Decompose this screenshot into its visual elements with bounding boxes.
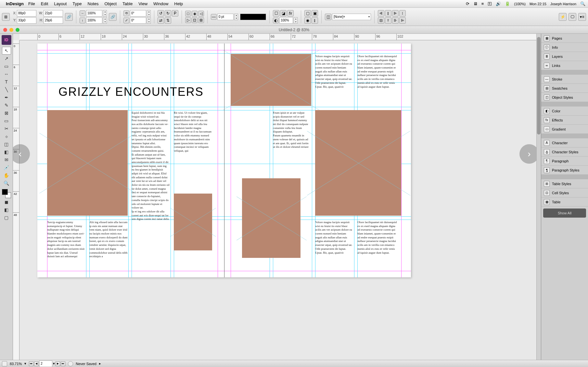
fit-frame-icon[interactable]: ⊞ bbox=[198, 17, 204, 23]
wrap-jump-icon[interactable]: ⫿ bbox=[312, 17, 318, 24]
stroke-stepper[interactable]: ▴▾ bbox=[234, 14, 238, 20]
align-right-icon[interactable]: ⫸ bbox=[392, 10, 399, 17]
user-name[interactable]: Joseph Harrison bbox=[550, 2, 576, 6]
text-frame[interactable]: Olore faciliquamet nit duissequisl ex ex… bbox=[357, 55, 398, 107]
select-next-icon[interactable]: ▷ bbox=[185, 17, 191, 23]
flip-v-icon[interactable]: ⇅ bbox=[165, 17, 171, 24]
menu-table[interactable]: Table bbox=[122, 1, 133, 6]
eyedropper-tool[interactable]: 💉 bbox=[2, 164, 11, 171]
headline-text[interactable]: GRIZZLY ENCOUNTERS bbox=[58, 85, 204, 99]
panel-gradient[interactable]: ▭Gradient bbox=[541, 125, 588, 134]
gap-tool[interactable]: ↔ bbox=[2, 70, 11, 78]
clock[interactable]: Mon 22:15 bbox=[530, 2, 546, 6]
fit-content-icon[interactable]: ⊡ bbox=[192, 17, 198, 23]
scale-x-input[interactable]: 100% bbox=[86, 10, 102, 17]
next-spread-button[interactable]: › bbox=[519, 144, 536, 164]
drop-shadow-icon[interactable]: ◪ bbox=[280, 10, 287, 17]
apply-gradient-icon[interactable]: ◧ bbox=[2, 206, 11, 214]
align-left-icon[interactable]: ⫷ bbox=[378, 10, 384, 17]
shear-input[interactable]: 0° bbox=[130, 17, 146, 24]
wrap-bbox-icon[interactable]: ▣ bbox=[312, 10, 318, 17]
rotation-stepper[interactable]: ▴▾ bbox=[147, 10, 151, 17]
panel-menu-icon[interactable]: ▾≡ bbox=[578, 13, 586, 21]
panel-cell-styles[interactable]: ⊡Cell Styles bbox=[541, 188, 588, 197]
text-frame[interactable]: Feum ipisit er at ute vulput acipis dion… bbox=[273, 111, 310, 166]
text-frame[interactable]: Volore magna facipis sequisit wisi eu fe… bbox=[315, 55, 352, 107]
panel-swatches[interactable]: ▤Swatches bbox=[541, 84, 588, 93]
panel-pages[interactable]: ▦Pages bbox=[541, 34, 588, 43]
pen-tool[interactable]: ✒ bbox=[2, 94, 11, 101]
constrain-proportions-icon[interactable]: 🔗 bbox=[65, 13, 73, 21]
w-input[interactable]: 22p0 bbox=[44, 10, 63, 17]
scale-x-stepper[interactable]: ▴▾ bbox=[103, 10, 107, 17]
rotate-ccw-icon[interactable]: ↺ bbox=[158, 10, 164, 17]
battery-icon[interactable]: 🔋 bbox=[505, 1, 510, 6]
text-frame[interactable]: Olore faciliquamet nit duissequisl ex ex… bbox=[357, 221, 398, 271]
spread[interactable]: GRIZZLY ENCOUNTERS Volore magna facipis … bbox=[37, 44, 411, 277]
shear-stepper[interactable]: ▴▾ bbox=[147, 17, 151, 24]
direct-selection-tool[interactable]: ↗ bbox=[2, 55, 11, 62]
timemachine-icon[interactable]: ⟳ bbox=[466, 1, 469, 6]
stroke-style-select[interactable] bbox=[240, 14, 266, 20]
display-icon[interactable]: 🖥 bbox=[473, 1, 478, 6]
object-style-icon[interactable]: ◫ bbox=[325, 14, 331, 20]
pencil-tool[interactable]: ✎ bbox=[2, 101, 11, 109]
fill-stroke-proxy[interactable] bbox=[2, 189, 11, 198]
rotate-cw-icon[interactable]: ↻ bbox=[165, 10, 171, 17]
menu-type[interactable]: Type bbox=[72, 1, 82, 6]
text-frame[interactable]: Xercip eugiamcommy nonsequiscip et lupta… bbox=[47, 221, 85, 271]
preflight-icon[interactable] bbox=[2, 361, 7, 366]
type-tool[interactable]: T bbox=[2, 78, 11, 86]
image-frame[interactable] bbox=[231, 54, 311, 106]
effects-icon[interactable]: ☐ bbox=[273, 10, 279, 17]
select-prev-icon[interactable]: ◁ bbox=[198, 11, 204, 17]
wrap-none-icon[interactable]: ▢ bbox=[304, 10, 311, 17]
screen-mode-icon[interactable]: 🖵 bbox=[569, 13, 576, 21]
distribute-h-icon[interactable]: ⊪ bbox=[392, 17, 399, 24]
x-input[interactable]: 88p0 bbox=[17, 10, 36, 17]
vertical-ruler[interactable]: 0 6 12 18 24 30 36 42 48 bbox=[13, 40, 19, 360]
minimize-window-button[interactable] bbox=[9, 28, 13, 32]
spotlight-icon[interactable]: 🔍 bbox=[580, 1, 585, 6]
vertical-scrollbar[interactable] bbox=[536, 34, 541, 360]
line-tool[interactable]: ╲ bbox=[2, 86, 11, 94]
menu-object[interactable]: Object bbox=[104, 1, 117, 6]
panel-info[interactable]: ⓘInfo bbox=[541, 43, 588, 52]
scale-y-input[interactable]: 100% bbox=[86, 17, 102, 24]
quick-apply-icon[interactable]: ⚡ bbox=[559, 13, 567, 21]
panel-effects[interactable]: fxEffects bbox=[541, 116, 588, 125]
align-top-icon[interactable]: ⫶ bbox=[399, 10, 406, 17]
scrollbar-thumb[interactable] bbox=[537, 37, 541, 134]
wifi-icon[interactable]: ⚿ bbox=[488, 1, 492, 6]
menu-file[interactable]: File bbox=[28, 1, 35, 6]
prev-page-button[interactable]: ◀ bbox=[34, 361, 39, 366]
app-name[interactable]: InDesign bbox=[6, 1, 24, 6]
bluetooth-icon[interactable]: ≡ bbox=[481, 1, 484, 6]
align-bottom-icon[interactable]: ⫯ bbox=[385, 17, 391, 24]
zoom-tool[interactable]: 🔍 bbox=[2, 179, 11, 187]
panel-stroke[interactable]: —Stroke bbox=[541, 75, 588, 84]
gradient-swatch-tool[interactable]: ◫ bbox=[2, 140, 11, 148]
menu-help[interactable]: Help bbox=[174, 1, 183, 6]
rotation-input[interactable]: 0° bbox=[130, 10, 146, 17]
image-frame[interactable] bbox=[174, 194, 212, 250]
close-window-button[interactable] bbox=[3, 28, 7, 32]
image-frame[interactable] bbox=[315, 110, 401, 216]
menu-view[interactable]: View bbox=[138, 1, 147, 6]
text-frame[interactable]: Alit ing elissed tatin ulla faccum ip eu… bbox=[89, 221, 128, 271]
panel-color[interactable]: ◧Color bbox=[541, 107, 588, 116]
preflight-status-icon[interactable] bbox=[68, 361, 73, 366]
image-frame[interactable] bbox=[47, 110, 128, 216]
panel-character-styles[interactable]: A̲Character Styles bbox=[541, 147, 588, 157]
page-tool[interactable]: ▭ bbox=[2, 62, 11, 70]
pasteboard[interactable]: GRIZZLY ENCOUNTERS Volore magna facipis … bbox=[19, 40, 536, 360]
align-center-icon[interactable]: ⫿ bbox=[385, 10, 391, 17]
image-frame[interactable] bbox=[242, 178, 300, 258]
fx-icon[interactable]: fx bbox=[287, 10, 294, 17]
panel-table-styles[interactable]: ⊞Table Styles bbox=[541, 179, 588, 188]
selection-tool[interactable]: ↖ bbox=[2, 47, 11, 55]
next-page-button[interactable]: ▶ bbox=[56, 361, 60, 366]
menu-window[interactable]: Window bbox=[153, 1, 168, 6]
panel-links[interactable]: ∞Links bbox=[541, 61, 588, 70]
zoom-level[interactable]: 83.71% bbox=[10, 362, 22, 366]
